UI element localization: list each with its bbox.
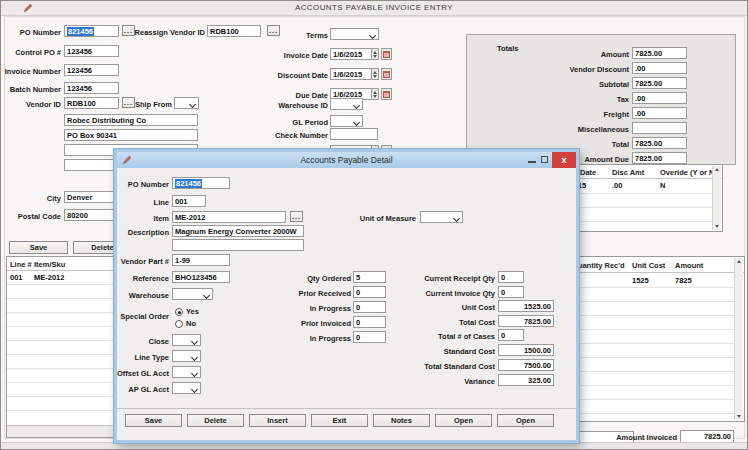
- dlg-in-progress1-label: In Progress: [267, 303, 351, 315]
- dlg-open-button-2[interactable]: Open: [497, 414, 554, 427]
- dlg-item-field[interactable]: ME-2012: [172, 211, 286, 223]
- address-line2-field[interactable]: PO Box 90341: [64, 129, 198, 141]
- batch-number-field[interactable]: 123456: [64, 82, 119, 94]
- address-line1-field[interactable]: Robec Distributing Co: [64, 114, 198, 126]
- receipt-row-unit-cost[interactable]: 1525: [632, 276, 649, 285]
- dlg-uom-select[interactable]: [420, 211, 463, 223]
- dlg-open-button-1[interactable]: Open: [435, 414, 492, 427]
- totals-miscellaneous-field[interactable]: [632, 122, 687, 134]
- lines-row-item[interactable]: ME-2012: [34, 273, 64, 282]
- disc-row-amt[interactable]: .00: [612, 181, 622, 190]
- warehouse-id-select[interactable]: [330, 98, 363, 110]
- dlg-vendor-part-label: Vendor Part #: [117, 256, 169, 268]
- invoice-number-field[interactable]: 123456: [64, 64, 119, 76]
- receipts-table-scrollbar[interactable]: [734, 258, 743, 420]
- totals-tax-field[interactable]: .00: [632, 92, 687, 104]
- dlg-qty-ordered-field[interactable]: 5: [353, 271, 386, 283]
- dlg-delete-button[interactable]: Delete: [187, 414, 244, 427]
- close-icon[interactable]: x: [552, 152, 576, 168]
- dlg-prior-received-field[interactable]: 0: [353, 286, 386, 298]
- dlg-exit-button[interactable]: Exit: [311, 414, 368, 427]
- scroll-up-icon[interactable]: [715, 168, 719, 171]
- button-bar-separator: [117, 408, 576, 409]
- due-date-stepper[interactable]: [371, 88, 379, 100]
- dlg-prior-invoiced-field[interactable]: 0: [353, 316, 386, 328]
- dlg-reference-field[interactable]: BHO123456: [172, 271, 230, 283]
- dlg-notes-button[interactable]: Notes: [373, 414, 430, 427]
- terms-select[interactable]: [330, 28, 379, 40]
- totals-amount-due-field[interactable]: 7825.00: [632, 152, 687, 164]
- special-order-yes-radio[interactable]: [175, 308, 183, 316]
- ship-from-select[interactable]: [174, 97, 199, 109]
- dlg-ap-gl-select[interactable]: [172, 382, 201, 394]
- dlg-current-invoice-qty-field[interactable]: 0: [498, 286, 524, 298]
- dlg-insert-button[interactable]: Insert: [249, 414, 306, 427]
- spinner-up-icon[interactable]: [373, 51, 377, 54]
- invoice-date-field[interactable]: 1/6/2015: [330, 48, 372, 60]
- scroll-down-icon[interactable]: [737, 415, 741, 418]
- dlg-po-number-field[interactable]: 821456: [172, 177, 230, 189]
- dlg-unit-cost-field[interactable]: 1525.00: [498, 300, 554, 312]
- spinner-down-icon[interactable]: [373, 95, 377, 98]
- totals-subtotal-field[interactable]: 7825.00: [632, 77, 687, 89]
- spinner-down-icon[interactable]: [373, 75, 377, 78]
- dlg-line-field[interactable]: 001: [172, 195, 206, 207]
- due-date-calendar-button[interactable]: [381, 88, 392, 100]
- dlg-in-progress1-field[interactable]: 0: [353, 301, 386, 313]
- invoice-date-stepper[interactable]: [371, 48, 379, 60]
- dlg-close-select[interactable]: [172, 334, 201, 346]
- dlg-offset-gl-label: Offset GL Acct: [117, 368, 169, 380]
- receipt-row-amount[interactable]: 7825: [675, 276, 692, 285]
- dlg-warehouse-select[interactable]: [172, 288, 213, 300]
- totals-vendor-discount-field[interactable]: .00: [632, 62, 687, 74]
- receipt-col-qty: Quantity Rec'd: [572, 261, 625, 270]
- dlg-total-cost-label: Total Cost: [393, 317, 495, 329]
- invoice-date-calendar-button[interactable]: [381, 48, 392, 60]
- check-number-field[interactable]: [330, 128, 378, 140]
- dialog-title: Accounts Payable Detail: [117, 155, 576, 165]
- dlg-save-button[interactable]: Save: [125, 414, 182, 427]
- main-save-button[interactable]: Save: [9, 241, 68, 254]
- dlg-current-receipt-qty-field[interactable]: 0: [498, 271, 524, 283]
- dlg-in-progress2-field[interactable]: 0: [353, 331, 386, 343]
- totals-amount-field[interactable]: 7825.00: [632, 47, 687, 59]
- spinner-up-icon[interactable]: [373, 91, 377, 94]
- discount-date-calendar-button[interactable]: [381, 68, 392, 80]
- gl-period-label: GL Period: [241, 117, 328, 129]
- discount-date-field[interactable]: 1/6/2015: [330, 68, 372, 80]
- ship-from-label: Ship From: [131, 99, 172, 111]
- minimize-icon[interactable]: [528, 161, 536, 163]
- terms-label: Terms: [241, 30, 328, 42]
- spinner-up-icon[interactable]: [373, 71, 377, 74]
- dlg-standard-cost-field[interactable]: 1500.00: [498, 344, 554, 356]
- dlg-offset-gl-select[interactable]: [172, 366, 201, 378]
- spinner-down-icon[interactable]: [373, 55, 377, 58]
- totals-total-field[interactable]: 7825.00: [632, 137, 687, 149]
- po-number-field[interactable]: 821456: [64, 25, 119, 37]
- chevron-down-icon: [189, 100, 196, 107]
- disc-col-override: Overide (Y or N): [660, 168, 717, 177]
- disc-table-scrollbar[interactable]: [712, 166, 721, 230]
- dlg-variance-field[interactable]: 325.00: [498, 374, 554, 386]
- dlg-total-cost-field[interactable]: 7825.00: [498, 315, 554, 327]
- scroll-down-icon[interactable]: [715, 225, 719, 228]
- dlg-total-standard-cost-field[interactable]: 7500.00: [498, 359, 554, 371]
- totals-freight-field[interactable]: .00: [632, 107, 687, 119]
- dlg-description-field[interactable]: Magnum Energy Converter 2000W: [172, 225, 304, 237]
- disc-row-override[interactable]: N: [660, 181, 665, 190]
- control-po-field[interactable]: 123456: [64, 45, 119, 57]
- batch-number-label: Batch Number: [1, 84, 61, 96]
- maximize-icon[interactable]: [541, 156, 548, 163]
- discount-date-stepper[interactable]: [371, 68, 379, 80]
- dlg-description2-field[interactable]: [172, 239, 304, 251]
- dlg-item-lookup-button[interactable]: ...: [290, 211, 303, 222]
- dlg-line-type-select[interactable]: [172, 350, 201, 362]
- dlg-total-cases-field[interactable]: 0: [498, 329, 524, 341]
- dlg-ap-gl-label: AP GL Acct: [117, 384, 169, 396]
- lines-row-line[interactable]: 001: [10, 273, 23, 282]
- dlg-vendor-part-field[interactable]: 1-99: [172, 254, 230, 266]
- vendor-id-field[interactable]: RDB100: [64, 97, 119, 109]
- special-order-no-radio[interactable]: [175, 320, 183, 328]
- gl-period-select[interactable]: [330, 115, 363, 127]
- scroll-up-icon[interactable]: [737, 260, 741, 263]
